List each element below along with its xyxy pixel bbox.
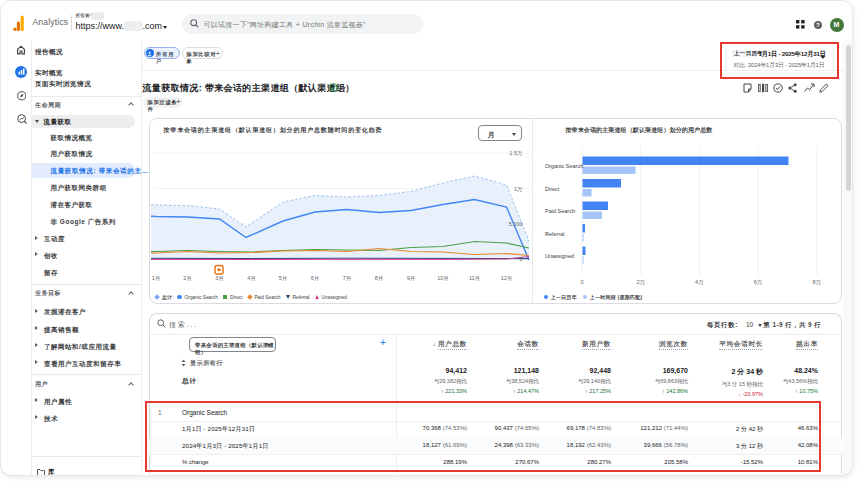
svg-text:1万: 1万 xyxy=(514,186,523,192)
svg-text:Organic Search: Organic Search xyxy=(545,163,583,169)
svg-text:7月: 7月 xyxy=(343,275,352,282)
svg-text:12月: 12月 xyxy=(501,275,513,282)
svg-text:Paid Search: Paid Search xyxy=(545,208,575,214)
svg-text:10月: 10月 xyxy=(437,275,449,282)
svg-text:11月: 11月 xyxy=(469,275,480,282)
svg-text:2月: 2月 xyxy=(183,275,192,282)
svg-text:4月: 4月 xyxy=(247,275,256,282)
svg-text:8万: 8万 xyxy=(813,279,822,285)
svg-text:5,000: 5,000 xyxy=(509,221,523,227)
svg-text:8月: 8月 xyxy=(375,275,384,282)
svg-text:1月: 1月 xyxy=(152,275,161,282)
svg-text:2万: 2万 xyxy=(636,279,645,285)
svg-text:Direct: Direct xyxy=(545,186,560,192)
svg-text:4万: 4万 xyxy=(695,279,704,285)
svg-text:0: 0 xyxy=(519,256,522,262)
svg-text:9月: 9月 xyxy=(407,275,416,282)
svg-text:0: 0 xyxy=(580,279,583,285)
svg-text:5月: 5月 xyxy=(279,275,288,282)
svg-text:6万: 6万 xyxy=(754,279,763,285)
svg-text:Referral: Referral xyxy=(545,231,565,237)
svg-text:Unassigned: Unassigned xyxy=(545,253,574,259)
svg-text:3月: 3月 xyxy=(215,275,224,282)
svg-text:6月: 6月 xyxy=(311,275,320,282)
svg-text:1.5万: 1.5万 xyxy=(509,150,523,156)
